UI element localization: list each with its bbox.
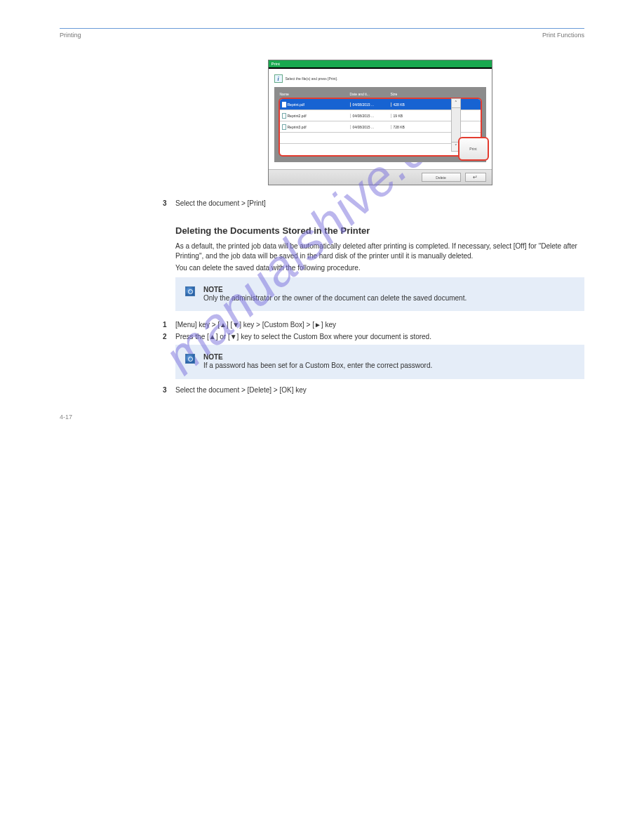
step-number: 3 — [163, 386, 175, 394]
step-number: 3 — [163, 199, 175, 207]
step-text: Select the document > [Print] — [175, 199, 584, 207]
page-number: 4-17 — [60, 413, 72, 421]
note-text: Only the administrator or the owner of t… — [203, 293, 575, 303]
col-size: Size — [391, 92, 481, 96]
print-dialog: Print i Select the file(s) and press [Pr… — [268, 60, 492, 185]
step-number: 1 — [163, 321, 175, 329]
file-icon — [282, 102, 286, 107]
page-footer: 4-17 — [60, 413, 584, 421]
col-name: Name — [280, 92, 350, 96]
note-box: NOTE Only the administrator or the owner… — [175, 277, 584, 312]
col-date: Date and ti... — [350, 92, 391, 96]
dialog-title: Print — [271, 62, 280, 66]
step-3b: 3 Select the document > [Delete] > [OK] … — [163, 386, 584, 394]
info-text: Select the file(s) and press [Print]. — [286, 77, 338, 81]
page-header: Printing Print Functions — [60, 32, 584, 39]
header-right: Print Functions — [542, 32, 584, 39]
step-text: Select the document > [Delete] > [OK] ke… — [175, 386, 584, 394]
step-number: 2 — [163, 333, 175, 340]
step-2: 2 Press the [▲] or [▼] key to select the… — [163, 333, 584, 340]
step-text: Press the [▲] or [▼] key to select the C… — [175, 333, 584, 340]
scroll-up-icon[interactable]: ˄ — [452, 99, 460, 108]
section-intro: As a default, the printed job data will … — [175, 241, 584, 260]
note-label: NOTE — [203, 286, 575, 293]
note-box: NOTE If a password has been set for a Cu… — [175, 345, 584, 379]
note-icon — [185, 286, 195, 296]
section-para: You can delete the saved data with the f… — [175, 263, 584, 273]
header-rule — [60, 28, 584, 29]
section-title: Deleting the Documents Stored in the Pri… — [175, 225, 584, 236]
step-1: 1 [Menu] key > [▲] [▼] key > [Custom Box… — [163, 321, 584, 329]
dialog-footer: Delete ↵ — [269, 169, 492, 185]
info-icon: i — [274, 74, 283, 83]
note-label: NOTE — [203, 353, 575, 361]
file-icon — [282, 113, 286, 119]
header-left: Printing — [60, 32, 81, 39]
note-icon — [185, 354, 195, 364]
print-button[interactable]: Print — [458, 137, 489, 161]
step-3: 3 Select the document > [Print] — [163, 199, 584, 207]
step-text: [Menu] key > [▲] [▼] key > [Custom Box] … — [175, 321, 584, 329]
close-button[interactable]: ↵ — [465, 173, 486, 182]
delete-button[interactable]: Delete — [422, 173, 461, 182]
note-text: If a password has been set for a Custom … — [203, 361, 575, 371]
file-icon — [282, 124, 286, 130]
file-table: Name Date and ti... Size Reprint.pdf 04/… — [274, 87, 486, 162]
dialog-titlebar: Print — [269, 60, 492, 69]
